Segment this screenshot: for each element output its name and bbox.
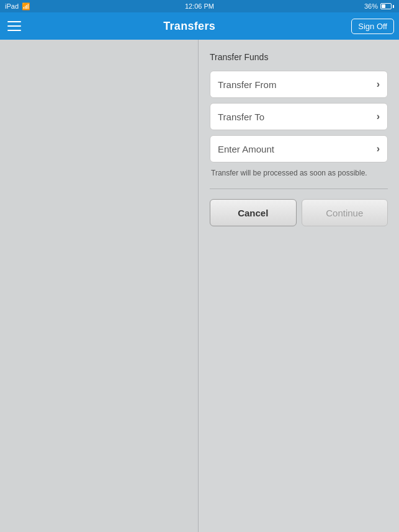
transfer-to-label: Transfer To: [218, 112, 264, 122]
hamburger-line-1: [7, 21, 21, 22]
cancel-button[interactable]: Cancel: [210, 199, 297, 226]
battery-percent: 36%: [364, 2, 378, 10]
chevron-right-icon: ›: [377, 79, 380, 90]
device-label: iPad: [5, 2, 19, 10]
transfer-from-label: Transfer From: [218, 79, 276, 90]
enter-amount-row[interactable]: Enter Amount ›: [210, 135, 388, 162]
transfer-from-row[interactable]: Transfer From ›: [210, 71, 388, 98]
menu-button[interactable]: [5, 15, 27, 37]
continue-button[interactable]: Continue: [302, 199, 388, 226]
status-bar: iPad 📶 12:06 PM 36%: [0, 0, 399, 12]
sign-off-button[interactable]: Sign Off: [351, 19, 394, 34]
button-row: Cancel Continue: [210, 199, 388, 226]
chevron-right-icon-2: ›: [377, 111, 380, 122]
battery-icon: [380, 3, 394, 9]
wifi-icon: 📶: [22, 2, 30, 11]
divider: [210, 188, 388, 189]
enter-amount-label: Enter Amount: [218, 144, 274, 154]
hamburger-line-2: [7, 25, 21, 27]
status-left: iPad 📶: [5, 2, 30, 11]
left-panel: [0, 40, 199, 532]
transfer-to-row[interactable]: Transfer To ›: [210, 103, 388, 130]
section-title: Transfer Funds: [210, 52, 388, 62]
chevron-right-icon-3: ›: [377, 143, 380, 154]
info-text: Transfer will be processed as soon as po…: [210, 167, 388, 179]
status-right: 36%: [364, 2, 394, 10]
time-display: 12:06 PM: [185, 2, 214, 10]
main-content: Transfer Funds Transfer From › Transfer …: [0, 40, 399, 532]
hamburger-line-3: [7, 30, 21, 31]
page-title: Transfers: [163, 20, 215, 33]
nav-bar: Transfers Sign Off: [0, 12, 399, 40]
right-panel: Transfer Funds Transfer From › Transfer …: [199, 40, 399, 532]
